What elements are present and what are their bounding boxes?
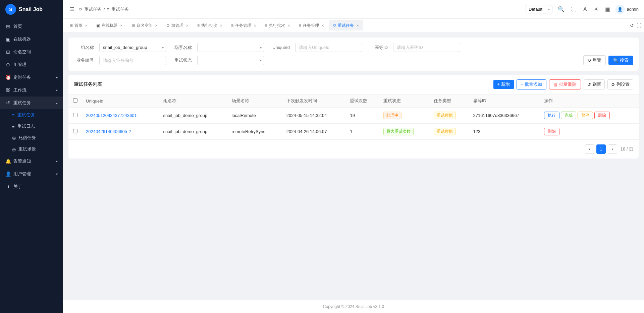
action-暂停-btn-0[interactable]: 暂停 [578,112,593,119]
search-icon[interactable]: 🔍 [556,5,566,14]
pagination: ‹ 1 › 10 / 页 [68,140,639,159]
task-type-badge-0: 重试数据 [434,112,456,119]
search-button[interactable]: 🔍 搜索 [608,56,633,65]
tab-task-mgmt2[interactable]: ≡ 任务管理 ✕ [295,20,328,30]
row-idempotent-id-1: 123 [469,124,540,140]
group-name-label: 组名称 [74,45,94,51]
retry-status-select-wrapper[interactable] [197,56,264,65]
biz-no-input[interactable] [99,56,166,65]
sidebar-item-home[interactable]: ⊞ 首页 [0,20,63,33]
sidebar-subitem-dead-letter[interactable]: ◎ 死信任务 [0,132,63,143]
tab-home-close[interactable]: ✕ [84,24,88,27]
refresh-button[interactable]: ↺ 刷新 [584,79,605,89]
tab-group-close[interactable]: ✕ [185,24,189,27]
maximize-icon[interactable]: ⛶ [637,23,641,28]
idempotent-id-input[interactable] [393,43,460,52]
sidebar-item-retry[interactable]: ↺ 重试任务 ▴ [0,97,63,109]
fullscreen-icon[interactable]: ⛶ [570,5,578,14]
tab-exec-batch-close[interactable]: ✕ [219,24,223,27]
row-checkbox-input-1[interactable] [73,129,77,133]
batch-add-button[interactable]: + 批量添加 [517,79,546,89]
next-page-button[interactable]: › [608,144,617,154]
action-执行-btn-0[interactable]: 执行 [544,112,559,119]
sidebar-item-online[interactable]: ▣ 在线机器 [0,33,63,46]
table-title: 重试任务列表 [74,81,102,87]
tab-namespace-close[interactable]: ✕ [154,24,158,27]
row-retry-status-1: 最大重试次数 [379,124,429,140]
tab-group[interactable]: ⊙ 组管理 ✕ [163,20,193,30]
column-setting-button[interactable]: ⚙ 列设置 [607,79,633,89]
sidebar-subitem-retry-log[interactable]: ≡ 重试日志 [0,121,63,132]
prev-page-button[interactable]: ‹ [585,144,594,154]
tab-home[interactable]: ⊞ 首页 ✕ [66,20,92,30]
page-1-button[interactable]: 1 [596,144,606,154]
retry-status-badge-0: 处理中 [383,112,401,119]
tab-online-icon: ▣ [96,23,100,28]
sidebar-item-scheduled[interactable]: ⏰ 定时任务 ▾ [0,71,63,84]
group-name-select[interactable]: snail_job_demo_group [99,43,166,52]
action-删除-btn-0[interactable]: 删除 [594,112,610,119]
reset-icon: ↺ [588,58,591,63]
add-label: + 新增 [497,81,510,87]
th-retry-count: 重试次数 [346,95,379,108]
row-next-trigger-1: 2024-04-26 14:06:07 [282,124,346,140]
tab-namespace[interactable]: ⊟ 命名空间 ✕ [128,20,162,30]
add-button[interactable]: + 新增 [493,80,514,89]
row-scene-name-1: remoteRetrySync [228,124,282,140]
tab-task-mgmt2-close[interactable]: ✕ [321,24,325,27]
tab-retry-task-close[interactable]: ✕ [356,24,360,27]
scene-name-select-wrapper[interactable] [197,43,264,52]
admin-menu[interactable]: 👤 admin [615,5,639,14]
tab-exec-batch[interactable]: ≡ 执行批次 ✕ [194,20,227,30]
translate-icon[interactable]: A [582,5,588,14]
sidebar-item-group[interactable]: ⊙ 组管理 [0,58,63,71]
row-retry-count-0: 19 [346,108,379,124]
row-checkbox-input-0[interactable] [73,113,77,117]
unique-id-link-1[interactable]: 20240426140406605-2 [86,129,131,134]
tab-task-mgmt2-icon: ≡ [299,23,301,28]
table-panel: 重试任务列表 + 新增 + 批量添加 🗑 批量删除 ↺ 刷新 [68,75,639,159]
tab-retry-task[interactable]: ↺ 重试任务 ✕ [329,20,363,30]
action-删除-btn-1[interactable]: 删除 [544,128,559,135]
sidebar-item-alarm[interactable]: 🔔 告警通知 ▾ [0,155,63,168]
batch-del-button[interactable]: 🗑 批量删除 [549,79,581,89]
tab-online-close[interactable]: ✕ [119,24,123,27]
tab-online[interactable]: ▣ 在线机器 ✕ [93,20,127,30]
layout-icon[interactable]: ▣ [604,5,611,14]
scene-name-select[interactable] [197,43,264,52]
sidebar-item-about[interactable]: ℹ 关于 [0,180,63,193]
unique-id-link-0[interactable]: 202405120934377243601 [86,113,137,118]
row-checkbox-0 [68,108,82,124]
breadcrumb-parent: 重试任务 [84,6,102,12]
tab-exec-batch2-close[interactable]: ✕ [287,24,291,27]
sidebar-item-retry-label: 重试任务 [13,100,31,106]
group-name-select-wrapper[interactable]: snail_job_demo_group [99,43,166,52]
sidebar-item-namespace[interactable]: ⊟ 命名空间 [0,46,63,58]
sidebar-subitem-retry-scene[interactable]: ◎ 重试场景 [0,143,63,155]
tab-task-mgmt-label: 任务管理 [235,23,251,28]
tab-task-mgmt-close[interactable]: ✕ [253,24,257,27]
row-retry-status-0: 处理中 [379,108,429,124]
sidebar-item-workflow[interactable]: ⛓ 工作流 ▾ [0,84,63,97]
select-all-checkbox[interactable] [73,98,77,103]
sidebar-subitem-retry-task[interactable]: ≡ 重试任务 [0,109,63,121]
theme-icon[interactable]: ☀ [592,5,600,14]
unique-id-input[interactable] [295,43,362,52]
action-完成-btn-0[interactable]: 完成 [561,112,576,119]
refresh-tabs-icon[interactable]: ↺ [630,23,634,28]
retry-status-select[interactable] [197,56,264,65]
th-actions: 操作 [540,95,639,108]
idempotent-id-label: 幂等ID [368,45,388,51]
sidebar-item-user[interactable]: 👤 用户管理 ▾ [0,168,63,180]
tab-exec-batch-label: 执行批次 [201,23,217,28]
default-select-wrapper[interactable]: Default [526,5,552,13]
collapse-button[interactable]: ☰ [68,5,76,14]
reset-button[interactable]: ↺ 重置 [583,55,606,65]
th-task-type: 任务类型 [430,95,469,108]
footer-text: Copyright © 2024 Snail Job v3.1.0 [323,304,384,309]
sidebar-item-scheduled-label: 定时任务 [13,74,31,80]
default-select[interactable]: Default [526,5,552,13]
search-label: 搜索 [620,57,629,63]
tab-task-mgmt[interactable]: ≡ 任务管理 ✕ [227,20,261,30]
tab-exec-batch2[interactable]: ≡ 执行批次 ✕ [261,20,294,30]
